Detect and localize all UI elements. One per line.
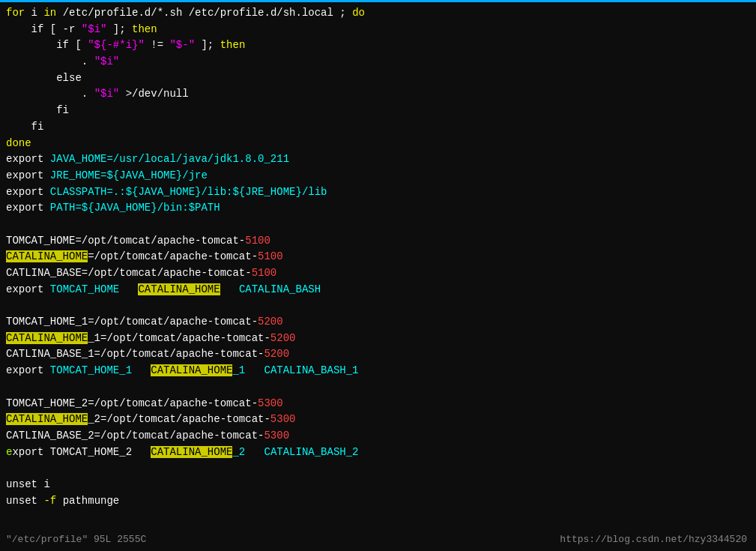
bottom-filename: "/etc/profile" 95L 2555C — [6, 534, 146, 545]
code-line: TOMCAT_HOME_2=/opt/tomcat/apache-tomcat-… — [6, 396, 750, 412]
code-line: CATALINA_HOME=/opt/tomcat/apache-tomcat-… — [6, 249, 750, 265]
code-line: TOMCAT_HOME=/opt/tomcat/apache-tomcat-51… — [6, 233, 750, 250]
code-token: unset — [6, 495, 37, 507]
code-token: CATALINA_HOME — [151, 446, 232, 458]
code-line: export JRE_HOME=${JAVA_HOME}/jre — [6, 168, 750, 184]
code-token: ]; — [195, 39, 220, 51]
code-token: 5200 — [258, 316, 283, 328]
code-line: fi — [6, 103, 750, 119]
code-line: export JAVA_HOME=/usr/local/java/jdk1.8.… — [6, 151, 750, 168]
code-token: /etc/profile.d/*.sh /etc/profile.d/sh.lo… — [56, 7, 352, 19]
code-token: CATLINA_BASE=/opt/tomcat/apache-tomcat- — [6, 267, 252, 279]
code-token: CATALINA_HOME — [6, 332, 88, 344]
code-token: JAVA_HOME=/usr/local/java/jdk1.8.0_211 — [43, 153, 289, 165]
code-line: for i in /etc/profile.d/*.sh /etc/profil… — [6, 5, 750, 22]
code-token: 5300 — [264, 430, 289, 442]
code-token: "$i" — [94, 55, 120, 67]
code-line: unset i — [6, 477, 750, 493]
code-line: TOMCAT_HOME_1=/opt/tomcat/apache-tomcat-… — [6, 314, 750, 331]
code-token: 5100 — [258, 250, 283, 262]
code-token: export — [6, 169, 43, 181]
code-token: done — [6, 137, 31, 149]
code-token: export — [6, 202, 43, 214]
code-token: pathmunge — [56, 495, 119, 507]
code-line: CATLINA_BASE=/opt/tomcat/apache-tomcat-5… — [6, 265, 750, 282]
code-line: else — [6, 70, 750, 87]
code-token: -f — [37, 495, 56, 507]
code-area: for i in /etc/profile.d/*.sh /etc/profil… — [0, 2, 756, 512]
code-token: export — [6, 364, 43, 376]
code-line — [6, 217, 750, 233]
code-line — [6, 298, 750, 314]
code-token: unset i — [6, 478, 50, 490]
code-line: export TOMCAT_HOME_1 CATALINA_HOME_1 CAT… — [6, 363, 750, 379]
code-line: if [ "${-#*i}" != "$-" ]; then — [6, 37, 750, 54]
code-token: TOMCAT_HOME_1=/opt/tomcat/apache-tomcat- — [6, 316, 258, 328]
code-token: TOMCAT_HOME — [43, 283, 138, 295]
code-token: >/dev/null — [119, 88, 188, 100]
code-token: if [ — [6, 39, 88, 51]
bottom-url: https://blog.csdn.net/hzy3344520 — [560, 534, 747, 545]
code-token: _1=/opt/tomcat/apache-tomcat- — [88, 332, 270, 344]
code-line: export TOMCAT_HOME_2 CATALINA_HOME_2 CAT… — [6, 445, 750, 461]
code-line: fi — [6, 119, 750, 136]
code-token: "$i" — [82, 23, 107, 35]
code-token: CLASSPATH=.:${JAVA_HOME}/lib:${JRE_HOME}… — [43, 186, 327, 198]
code-token: then — [220, 39, 246, 51]
code-token: CATLINA_BASE_1=/opt/tomcat/apache-tomcat… — [6, 348, 264, 360]
code-token: fi — [6, 104, 69, 116]
code-token: CATALINA_HOME — [6, 250, 88, 262]
code-line: export PATH=${JAVA_HOME}/bin:$PATH — [6, 200, 750, 217]
code-token: _1 CATALINA_BASH_1 — [232, 364, 358, 376]
code-token: fi — [6, 121, 43, 133]
code-token: 5300 — [258, 397, 283, 409]
code-line: unset -f pathmunge — [6, 493, 750, 510]
code-line: export CLASSPATH=.:${JAVA_HOME}/lib:${JR… — [6, 184, 750, 201]
code-token: _2 CATALINA_BASH_2 — [232, 446, 358, 458]
code-line: done — [6, 136, 750, 152]
code-token: "$-" — [169, 39, 195, 51]
code-token: CATLINA_BASE_2=/opt/tomcat/apache-tomcat… — [6, 430, 264, 442]
code-token: 5100 — [245, 235, 270, 247]
code-token: xport TOMCAT_HOME_2 — [12, 446, 151, 458]
code-token: i — [25, 7, 43, 19]
code-line: CATALINA_HOME_1=/opt/tomcat/apache-tomca… — [6, 331, 750, 347]
code-token: "${-#*i}" — [88, 39, 145, 51]
code-token: in — [43, 7, 56, 19]
code-token: then — [132, 23, 157, 35]
code-token: 5300 — [270, 413, 296, 425]
code-line — [6, 460, 750, 477]
code-token: TOMCAT_HOME_1 — [43, 364, 151, 376]
code-token: 5100 — [252, 267, 277, 279]
code-token: export — [6, 283, 43, 295]
code-line: CATLINA_BASE_1=/opt/tomcat/apache-tomcat… — [6, 346, 750, 363]
code-token: CATALINA_HOME — [6, 413, 88, 425]
code-token: ]; — [106, 23, 132, 35]
code-token: TOMCAT_HOME_2=/opt/tomcat/apache-tomcat- — [6, 397, 258, 409]
code-token: JRE_HOME=${JAVA_HOME}/jre — [43, 169, 207, 181]
code-line: . "$i" >/dev/null — [6, 86, 750, 103]
code-token: TOMCAT_HOME=/opt/tomcat/apache-tomcat- — [6, 235, 245, 247]
code-token: CATALINA_BASH — [220, 283, 321, 295]
code-token: . — [6, 88, 94, 100]
code-token: =/opt/tomcat/apache-tomcat- — [88, 250, 258, 262]
code-line — [6, 379, 750, 396]
code-line: export TOMCAT_HOME CATALINA_HOME CATALIN… — [6, 282, 750, 298]
code-token: if [ -r — [6, 23, 82, 35]
code-token: else — [6, 72, 82, 84]
code-token: CATALINA_HOME — [151, 364, 232, 376]
code-line: . "$i" — [6, 54, 750, 70]
code-line: CATALINA_HOME_2=/opt/tomcat/apache-tomca… — [6, 412, 750, 428]
code-line: CATLINA_BASE_2=/opt/tomcat/apache-tomcat… — [6, 428, 750, 445]
code-token: do — [352, 7, 365, 19]
code-token: . — [6, 55, 94, 67]
code-token: CATALINA_HOME — [138, 283, 220, 295]
code-token: PATH=${JAVA_HOME}/bin:$PATH — [43, 202, 220, 214]
code-token: export — [6, 153, 43, 165]
code-token: 5200 — [270, 332, 296, 344]
code-token: "$i" — [94, 88, 120, 100]
code-line: if [ -r "$i" ]; then — [6, 22, 750, 38]
code-token: for — [6, 7, 25, 19]
code-token: export — [6, 186, 43, 198]
code-token: 5200 — [264, 348, 289, 360]
